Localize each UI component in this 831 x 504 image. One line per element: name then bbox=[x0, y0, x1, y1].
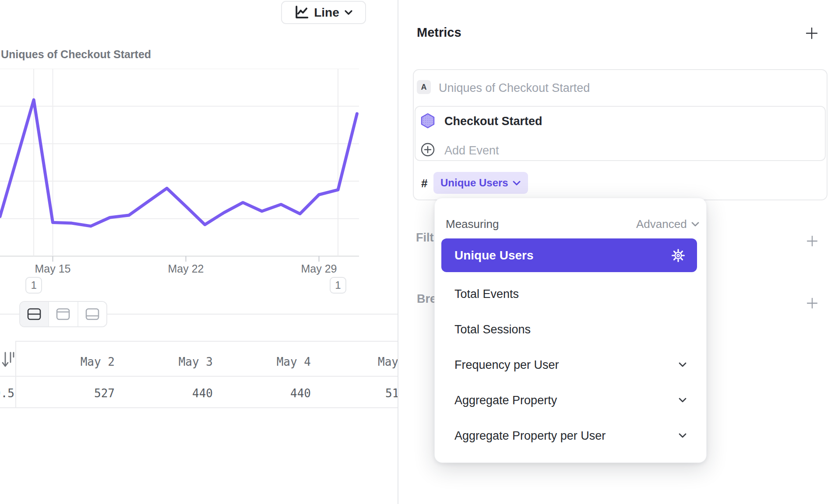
advanced-mode-toggle[interactable]: Advanced bbox=[636, 217, 702, 231]
chevron-down-icon bbox=[678, 362, 687, 368]
menu-item-label: Aggregate Property per User bbox=[454, 424, 606, 447]
menu-item-label: Total Events bbox=[454, 283, 519, 305]
table-header[interactable]: May 2 bbox=[17, 355, 115, 368]
menu-item-label: Total Sessions bbox=[454, 318, 531, 341]
menu-item-label: Aggregate Property bbox=[454, 389, 557, 412]
breakdowns-section-label: Bre bbox=[417, 292, 437, 306]
filters-section-label: Filt bbox=[416, 231, 434, 245]
chevron-down-icon bbox=[344, 10, 353, 16]
measuring-label: Measuring bbox=[446, 217, 499, 231]
menu-item-unique-users-selected[interactable]: Unique Users bbox=[441, 238, 697, 272]
menu-item-label: Frequency per User bbox=[454, 354, 559, 376]
chevron-down-icon bbox=[512, 180, 521, 186]
event-name[interactable]: Checkout Started bbox=[444, 115, 542, 128]
menu-item-total-events[interactable]: Total Events bbox=[441, 283, 697, 305]
add-metric-plus-icon[interactable] bbox=[805, 26, 819, 40]
analytics-app: Line Uniques of Checkout Started May 15 … bbox=[0, 0, 831, 504]
layout-chart-only-button[interactable] bbox=[48, 302, 77, 326]
sort-descending-icon[interactable] bbox=[2, 350, 15, 369]
measure-type-prefix: # bbox=[421, 177, 427, 190]
menu-item-frequency-per-user[interactable]: Frequency per User bbox=[441, 354, 697, 376]
table-header[interactable]: May bbox=[378, 355, 398, 368]
gear-icon[interactable] bbox=[671, 248, 686, 263]
menu-item-aggregate-property[interactable]: Aggregate Property bbox=[441, 389, 697, 412]
chevron-down-icon bbox=[678, 433, 687, 439]
chart-only-icon bbox=[56, 308, 70, 321]
layout-split-view-button[interactable] bbox=[20, 302, 48, 326]
table-border bbox=[15, 341, 398, 342]
chart-type-label: Line bbox=[314, 6, 339, 20]
layout-toggle-group bbox=[19, 301, 107, 327]
metrics-section-title: Metrics bbox=[417, 25, 461, 40]
chart-title: Uniques of Checkout Started bbox=[1, 48, 151, 61]
table-cell: 51 bbox=[385, 387, 398, 400]
x-axis-label: May 29 bbox=[289, 262, 350, 275]
add-filter-plus-icon[interactable] bbox=[806, 234, 819, 248]
menu-item-total-sessions[interactable]: Total Sessions bbox=[441, 318, 697, 341]
add-event-button[interactable]: Add Event bbox=[444, 144, 499, 158]
line-chart-icon bbox=[294, 5, 310, 20]
table-border bbox=[0, 407, 398, 408]
selected-item-label: Unique Users bbox=[454, 238, 534, 272]
split-view-icon bbox=[27, 308, 42, 321]
table-row-label: 0.5 bbox=[0, 387, 14, 400]
table-cell: 440 bbox=[213, 387, 311, 400]
table-header[interactable]: May 3 bbox=[115, 355, 213, 368]
annotation-marker[interactable]: 1 bbox=[330, 277, 346, 294]
chevron-down-icon bbox=[678, 397, 687, 403]
chart-type-button[interactable]: Line bbox=[281, 1, 366, 24]
measure-pill-label: Unique Users bbox=[440, 177, 508, 189]
table-only-icon bbox=[85, 308, 100, 321]
add-breakdown-plus-icon[interactable] bbox=[806, 297, 819, 310]
add-circle-icon[interactable] bbox=[420, 142, 435, 157]
chevron-down-icon bbox=[691, 221, 700, 227]
table-border bbox=[0, 376, 398, 377]
table-cell: 440 bbox=[115, 387, 213, 400]
layout-table-only-button[interactable] bbox=[77, 302, 106, 326]
x-axis-label: May 22 bbox=[155, 262, 217, 275]
chart-panel: Line Uniques of Checkout Started May 15 … bbox=[0, 0, 398, 504]
table-cell: 527 bbox=[17, 387, 115, 400]
annotation-marker[interactable]: 1 bbox=[25, 277, 42, 294]
frozen-column-divider bbox=[15, 341, 16, 408]
x-axis-label: May 15 bbox=[22, 262, 84, 275]
advanced-label: Advanced bbox=[636, 217, 687, 231]
line-chart[interactable] bbox=[0, 69, 398, 266]
menu-item-aggregate-property-per-user[interactable]: Aggregate Property per User bbox=[441, 424, 697, 447]
metric-title[interactable]: Uniques of Checkout Started bbox=[439, 81, 590, 95]
hexagon-icon bbox=[420, 113, 435, 129]
metric-letter-badge: A bbox=[417, 80, 431, 94]
measure-pill-dropdown[interactable]: Unique Users bbox=[433, 172, 528, 194]
table-header[interactable]: May 4 bbox=[213, 355, 311, 368]
